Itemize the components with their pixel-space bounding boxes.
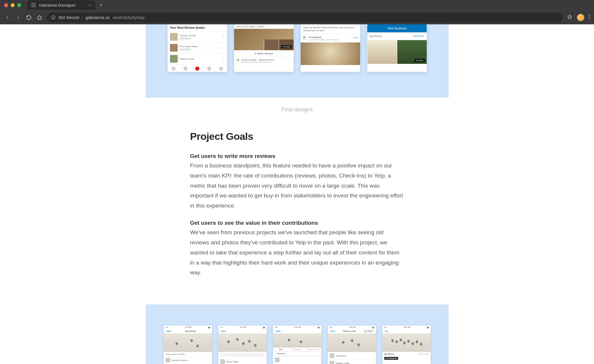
home-button[interactable] bbox=[36, 14, 43, 21]
page-content: Your Next Review Awaits Yummy Yummy × Ph… bbox=[0, 24, 594, 364]
dismiss-icon: × bbox=[223, 57, 224, 61]
photo-grid: +6 more bbox=[367, 40, 427, 64]
dismiss-icon: × bbox=[223, 46, 224, 50]
menu-icon[interactable] bbox=[589, 15, 590, 20]
mockup-review-awaits: Your Next Review Awaits Yummy Yummy × Ph… bbox=[168, 24, 227, 72]
window-minimize-button[interactable] bbox=[11, 3, 15, 7]
mockup-thumb bbox=[170, 55, 178, 63]
profile-avatar[interactable] bbox=[577, 14, 584, 21]
mockup-list-item: 13 Umami Burger - Marina District Marina… bbox=[234, 57, 294, 65]
browser-toolbar: Not Secure gabrianna.us/work/activitymap bbox=[0, 10, 594, 24]
security-label: Not Secure bbox=[59, 15, 79, 20]
section-heading: Project Goals bbox=[190, 131, 404, 142]
mockup-my-photos: View Business My Photos Add Photo +6 mor… bbox=[367, 24, 427, 72]
wireframes-figure: •••••9:41 AM▮▮ ‹ BackMy Places Friday, A… bbox=[146, 304, 449, 364]
list-subtitle: Marina/Cow Hollow, San Francisco bbox=[241, 61, 274, 63]
wireframe-places-i-like: •••••9:41 AM▮▮ ‹ BackPlaces I LikeMy Pla… bbox=[328, 326, 376, 364]
site-info-icon[interactable] bbox=[51, 15, 56, 20]
tab-close-icon[interactable]: × bbox=[89, 3, 91, 8]
goal-title: Get users to see the value in their cont… bbox=[190, 220, 404, 226]
mockup-list-item: Pho Huynh Hiep 2 × bbox=[168, 42, 227, 53]
mockup-item-title: Pho Huynh Hiep 2 bbox=[179, 45, 199, 48]
goal-body: From a business standpoint, this feature… bbox=[190, 161, 404, 211]
search-field bbox=[220, 353, 265, 357]
wireframe-my-places-cluster: •••••9:41 AM▮▮ ‹ Me My Places Sort by: D… bbox=[382, 326, 431, 364]
dismiss-icon: × bbox=[223, 35, 224, 39]
write-review-link: ✎ Write a Review bbox=[234, 50, 294, 57]
forward-button[interactable] bbox=[15, 14, 21, 21]
reload-button[interactable] bbox=[26, 14, 32, 21]
mockup-list-item: Yummy Yummy × bbox=[168, 31, 227, 42]
wireframe-my-places: •••••9:41 AM▮▮ ‹ BackMy Places Friday, A… bbox=[164, 326, 212, 364]
traffic-lights bbox=[4, 3, 21, 7]
article-body: Project Goals Get users to write more re… bbox=[190, 131, 404, 278]
section-title: My Photos bbox=[370, 35, 382, 38]
window-titlebar: Gabrianna Dumaguin × + bbox=[0, 0, 594, 10]
goal-title: Get users to write more reviews bbox=[190, 153, 404, 159]
goal-body: We've seen from previous projects we've … bbox=[190, 227, 404, 278]
list-title: B Patisserie bbox=[309, 36, 353, 39]
mockup-business-list: Jack London Square, Oakland +2 more ✎ Wr… bbox=[234, 24, 294, 72]
final-designs-figure: Your Next Review Awaits Yummy Yummy × Ph… bbox=[146, 24, 449, 98]
mockup-thumb bbox=[170, 33, 178, 41]
window-zoom-button[interactable] bbox=[17, 3, 21, 7]
tab-favicon bbox=[31, 3, 36, 7]
view-business-button: View Business bbox=[367, 24, 427, 32]
mockup-header: Your Next Review Awaits bbox=[168, 24, 227, 31]
mockup-list-item: Falafel Corner × bbox=[168, 53, 227, 64]
mockup-thumb bbox=[170, 44, 178, 52]
mockup-item-title: Falafel Corner bbox=[179, 58, 195, 60]
wireframe-search: •••••9:41 AM▮▮ ‹ Back Ritual Coffee bbox=[218, 326, 267, 364]
list-number: 18 bbox=[303, 36, 307, 39]
tab-title: Gabrianna Dumaguin bbox=[39, 3, 76, 7]
more-badge: +2 more bbox=[281, 45, 292, 48]
mockup-food-image bbox=[301, 42, 360, 65]
review-excerpt: hyped up that the overall experience was… bbox=[301, 24, 360, 34]
url-path: /work/activitymap bbox=[113, 15, 144, 20]
figure-caption: Final designs bbox=[0, 98, 594, 131]
mockup-review-detail: hyped up that the overall experience was… bbox=[301, 24, 360, 72]
mockup-list-item: 18 Wed B Patisserie Lower Pac Heights, S… bbox=[301, 34, 360, 42]
mockup-item-title: Yummy Yummy bbox=[179, 34, 196, 37]
address-bar[interactable]: Not Secure gabrianna.us/work/activitymap bbox=[47, 13, 563, 22]
wireframe-tabs: •••••9:41 AM▮▮ ‹ Back BarsShoppingHotels… bbox=[273, 326, 321, 364]
add-photo-link: Add Photo bbox=[413, 35, 424, 38]
toolbar-right bbox=[567, 14, 590, 21]
list-title: Umami Burger - Marina District bbox=[241, 58, 274, 61]
list-number: 13 bbox=[237, 58, 241, 63]
back-button[interactable] bbox=[4, 14, 11, 21]
more-badge: +6 more bbox=[414, 59, 425, 62]
bookmark-icon[interactable] bbox=[567, 14, 572, 21]
window-close-button[interactable] bbox=[4, 3, 8, 7]
list-day: Wed bbox=[303, 39, 307, 40]
omnibox-divider bbox=[82, 15, 83, 20]
mockup-subheader: Jack London Square, Oakland bbox=[234, 24, 294, 29]
mockup-hero-image: +2 more bbox=[234, 29, 294, 50]
url-host: gabrianna.us bbox=[86, 15, 110, 20]
browser-tab[interactable]: Gabrianna Dumaguin × bbox=[27, 0, 95, 10]
new-tab-button[interactable]: + bbox=[100, 2, 103, 8]
list-subtitle: Lower Pac Heights, San Francisco bbox=[309, 39, 353, 41]
mockup-tabbar bbox=[168, 65, 227, 72]
